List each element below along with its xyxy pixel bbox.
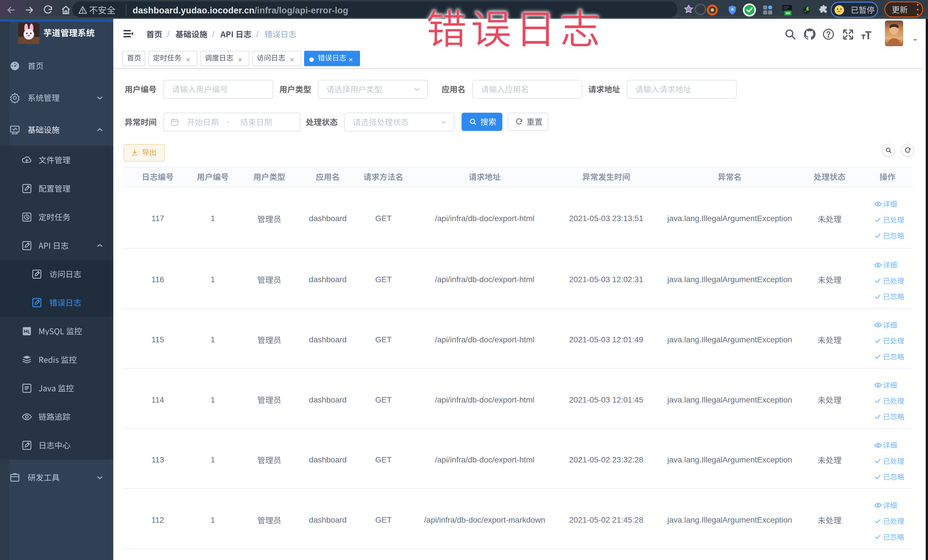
svg-text:on: on [786, 11, 790, 15]
